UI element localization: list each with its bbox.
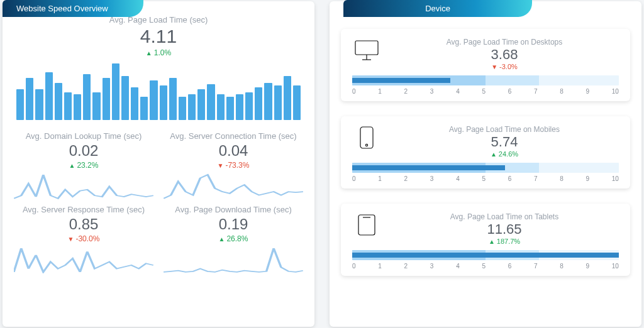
bar-segment [217, 94, 225, 120]
device-value: 3.68 [390, 46, 619, 63]
bullet-axis: 012345678910 [352, 88, 619, 95]
bar-segment [264, 83, 272, 120]
device-card-desktop: Avg. Page Load Time on Desktops3.68▼-3.0… [341, 29, 630, 101]
bar-segment [207, 84, 214, 120]
tab-website-speed[interactable]: Website Speed Overview [3, 0, 143, 17]
svg-point-4 [365, 144, 367, 146]
trend-up-icon: ▲ [489, 238, 495, 245]
sparkline [14, 247, 153, 273]
svg-rect-3 [360, 127, 373, 148]
bar-segment [131, 87, 138, 120]
bar-segment [74, 94, 81, 120]
bar-segment [112, 63, 119, 120]
bar-segment [103, 78, 110, 120]
trend-up-icon: ▲ [219, 236, 225, 243]
device-label: Avg. Page Load Time on Desktops [390, 38, 619, 46]
bar-segment [179, 97, 186, 120]
trend-up-icon: ▲ [491, 151, 497, 158]
device-value: 11.65 [390, 221, 619, 238]
desktop-icon [352, 38, 381, 63]
bar-segment [45, 72, 53, 120]
bar-segment [55, 83, 62, 120]
sparkline [14, 173, 153, 200]
bar-segment [83, 74, 91, 120]
bullet-axis: 012345678910 [352, 263, 619, 270]
bar-segment [188, 94, 196, 120]
bar-segment [255, 87, 262, 120]
panel-device: Device Avg. Page Load Time on Desktops3.… [330, 1, 641, 327]
bar-segment [245, 92, 253, 120]
sparkline [164, 247, 303, 273]
svg-rect-0 [355, 41, 378, 55]
bar-segment [16, 89, 24, 120]
bar-segment [121, 76, 129, 120]
metric-change: ▼-73.3% [164, 161, 303, 170]
device-change: ▼-3.0% [390, 63, 619, 70]
metric-label: Avg. Server Connection Time (sec) [164, 131, 303, 141]
device-label: Avg. Page Load Time on Mobiles [390, 125, 619, 134]
chart-page-load-bars [16, 63, 301, 120]
bar-segment [35, 89, 43, 120]
bullet-chart [352, 250, 619, 260]
metric-label: Avg. Page Download Time (sec) [164, 205, 303, 214]
metric-value: 4.11 [14, 26, 303, 47]
metric-value: 0.19 [164, 216, 303, 233]
trend-down-icon: ▼ [68, 236, 74, 243]
bar-segment [226, 97, 234, 120]
metric-change: ▼-30.0% [14, 234, 153, 243]
bar-segment [64, 92, 72, 120]
metric-change: ▲26.8% [164, 234, 303, 243]
metric-card: Avg. Page Download Time (sec)0.19▲26.8% [164, 202, 303, 273]
bar-segment [160, 85, 167, 120]
metric-card: Avg. Server Connection Time (sec)0.04▼-7… [164, 129, 303, 200]
sparkline [164, 173, 303, 200]
device-change: ▲24.6% [390, 150, 619, 158]
metric-change: ▲1.0% [14, 48, 303, 57]
trend-down-icon: ▼ [491, 63, 497, 70]
bar-segment [197, 89, 205, 120]
bar-segment [92, 92, 100, 120]
device-card-mobile: Avg. Page Load Time on Mobiles5.74▲24.6%… [341, 116, 630, 189]
metric-label: Avg. Domain Lookup Time (sec) [14, 131, 153, 141]
bullet-axis: 012345678910 [352, 175, 619, 182]
bar-segment [140, 97, 148, 120]
bullet-chart [352, 163, 619, 173]
mobile-icon [352, 125, 381, 150]
device-label: Avg. Page Load Time on Tablets [390, 212, 619, 221]
trend-down-icon: ▼ [218, 162, 224, 169]
svg-rect-5 [358, 215, 375, 235]
metric-card: Avg. Domain Lookup Time (sec)0.02▲23.2% [14, 129, 153, 200]
trend-up-icon: ▲ [146, 50, 152, 57]
tablet-icon [352, 212, 381, 238]
bar-segment [26, 78, 33, 120]
device-value: 5.74 [390, 134, 619, 150]
bar-segment [274, 85, 282, 120]
panel-website-speed: Website Speed Overview Avg. Page Load Ti… [3, 1, 314, 327]
metric-change: ▲23.2% [14, 161, 153, 170]
metric-value: 0.02 [14, 142, 153, 160]
metric-value: 0.04 [164, 142, 303, 160]
metric-page-load: Avg. Page Load Time (sec) 4.11 ▲1.0% [14, 13, 303, 57]
bar-segment [150, 80, 157, 120]
bar-segment [284, 76, 291, 120]
metric-value: 0.85 [14, 216, 153, 233]
bullet-chart [352, 75, 619, 85]
bar-segment [236, 94, 243, 120]
metric-card: Avg. Server Response Time (sec)0.85▼-30.… [14, 202, 153, 273]
trend-up-icon: ▲ [69, 162, 75, 169]
metric-label: Avg. Server Response Time (sec) [14, 205, 153, 214]
device-change: ▲187.7% [390, 238, 619, 245]
bar-segment [293, 85, 301, 120]
device-card-tablet: Avg. Page Load Time on Tablets11.65▲187.… [341, 204, 630, 276]
bar-segment [169, 78, 177, 120]
tab-device[interactable]: Device [343, 0, 532, 17]
